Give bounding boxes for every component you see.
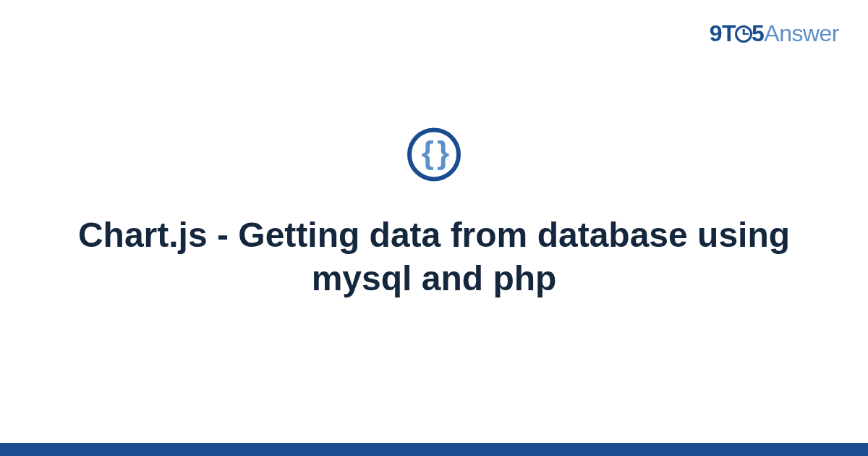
logo-five: 5 <box>752 20 764 46</box>
page-title: Chart.js - Getting data from database us… <box>0 214 868 300</box>
code-braces-icon: { } <box>407 127 461 181</box>
braces-glyph: { } <box>422 137 446 169</box>
site-logo: 9T5Answer <box>710 20 839 47</box>
logo-answer: Answer <box>764 20 839 46</box>
clock-icon <box>735 25 752 43</box>
logo-nine: 9 <box>710 20 722 46</box>
bottom-accent-bar <box>0 443 868 456</box>
logo-t: T <box>722 20 736 46</box>
main-content: { } Chart.js - Getting data from databas… <box>0 127 868 300</box>
